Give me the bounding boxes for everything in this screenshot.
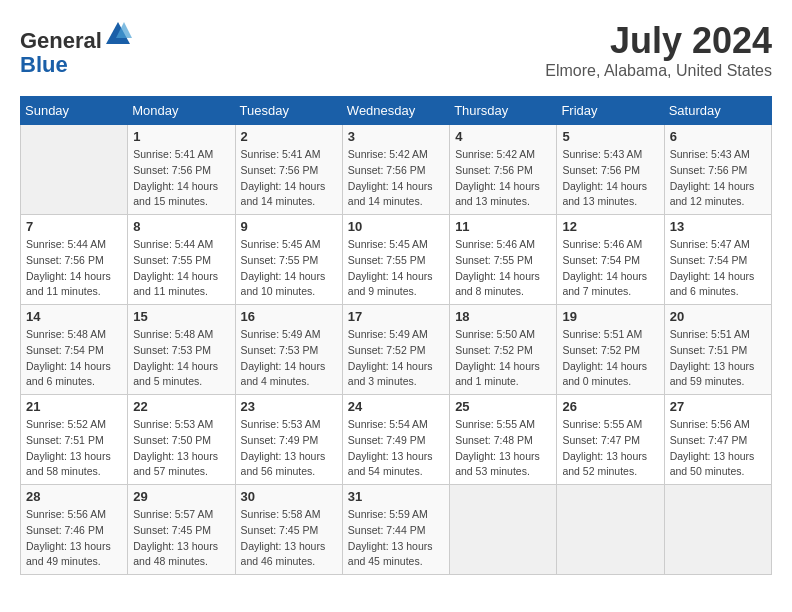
calendar-cell: 4Sunrise: 5:42 AMSunset: 7:56 PMDaylight…: [450, 125, 557, 215]
day-number: 29: [133, 489, 229, 504]
calendar-cell: 14Sunrise: 5:48 AMSunset: 7:54 PMDayligh…: [21, 305, 128, 395]
day-number: 9: [241, 219, 337, 234]
day-info: Sunrise: 5:43 AMSunset: 7:56 PMDaylight:…: [670, 147, 766, 210]
calendar-cell: 10Sunrise: 5:45 AMSunset: 7:55 PMDayligh…: [342, 215, 449, 305]
calendar-cell: 31Sunrise: 5:59 AMSunset: 7:44 PMDayligh…: [342, 485, 449, 575]
day-info: Sunrise: 5:53 AMSunset: 7:50 PMDaylight:…: [133, 417, 229, 480]
day-info: Sunrise: 5:42 AMSunset: 7:56 PMDaylight:…: [455, 147, 551, 210]
day-number: 18: [455, 309, 551, 324]
calendar-cell: 22Sunrise: 5:53 AMSunset: 7:50 PMDayligh…: [128, 395, 235, 485]
calendar-cell: 8Sunrise: 5:44 AMSunset: 7:55 PMDaylight…: [128, 215, 235, 305]
day-info: Sunrise: 5:51 AMSunset: 7:52 PMDaylight:…: [562, 327, 658, 390]
day-info: Sunrise: 5:44 AMSunset: 7:55 PMDaylight:…: [133, 237, 229, 300]
day-info: Sunrise: 5:41 AMSunset: 7:56 PMDaylight:…: [241, 147, 337, 210]
calendar-cell: 6Sunrise: 5:43 AMSunset: 7:56 PMDaylight…: [664, 125, 771, 215]
day-number: 4: [455, 129, 551, 144]
day-number: 7: [26, 219, 122, 234]
calendar-cell: 15Sunrise: 5:48 AMSunset: 7:53 PMDayligh…: [128, 305, 235, 395]
subtitle: Elmore, Alabama, United States: [545, 62, 772, 80]
day-info: Sunrise: 5:51 AMSunset: 7:51 PMDaylight:…: [670, 327, 766, 390]
logo: General Blue: [20, 20, 132, 77]
calendar-cell: 30Sunrise: 5:58 AMSunset: 7:45 PMDayligh…: [235, 485, 342, 575]
calendar-cell: 5Sunrise: 5:43 AMSunset: 7:56 PMDaylight…: [557, 125, 664, 215]
calendar-week-5: 28Sunrise: 5:56 AMSunset: 7:46 PMDayligh…: [21, 485, 772, 575]
day-info: Sunrise: 5:53 AMSunset: 7:49 PMDaylight:…: [241, 417, 337, 480]
day-number: 1: [133, 129, 229, 144]
day-number: 8: [133, 219, 229, 234]
day-number: 5: [562, 129, 658, 144]
day-info: Sunrise: 5:56 AMSunset: 7:46 PMDaylight:…: [26, 507, 122, 570]
header-wednesday: Wednesday: [342, 97, 449, 125]
day-info: Sunrise: 5:57 AMSunset: 7:45 PMDaylight:…: [133, 507, 229, 570]
day-number: 15: [133, 309, 229, 324]
calendar-cell: 19Sunrise: 5:51 AMSunset: 7:52 PMDayligh…: [557, 305, 664, 395]
day-info: Sunrise: 5:59 AMSunset: 7:44 PMDaylight:…: [348, 507, 444, 570]
day-number: 26: [562, 399, 658, 414]
calendar-cell: 11Sunrise: 5:46 AMSunset: 7:55 PMDayligh…: [450, 215, 557, 305]
day-info: Sunrise: 5:49 AMSunset: 7:53 PMDaylight:…: [241, 327, 337, 390]
calendar-week-1: 1Sunrise: 5:41 AMSunset: 7:56 PMDaylight…: [21, 125, 772, 215]
calendar-cell: 26Sunrise: 5:55 AMSunset: 7:47 PMDayligh…: [557, 395, 664, 485]
day-info: Sunrise: 5:54 AMSunset: 7:49 PMDaylight:…: [348, 417, 444, 480]
page-header: General Blue July 2024 Elmore, Alabama, …: [20, 20, 772, 80]
calendar-cell: [557, 485, 664, 575]
day-info: Sunrise: 5:41 AMSunset: 7:56 PMDaylight:…: [133, 147, 229, 210]
calendar-cell: 1Sunrise: 5:41 AMSunset: 7:56 PMDaylight…: [128, 125, 235, 215]
day-info: Sunrise: 5:43 AMSunset: 7:56 PMDaylight:…: [562, 147, 658, 210]
day-info: Sunrise: 5:47 AMSunset: 7:54 PMDaylight:…: [670, 237, 766, 300]
calendar-cell: 21Sunrise: 5:52 AMSunset: 7:51 PMDayligh…: [21, 395, 128, 485]
title-block: July 2024 Elmore, Alabama, United States: [545, 20, 772, 80]
day-info: Sunrise: 5:55 AMSunset: 7:48 PMDaylight:…: [455, 417, 551, 480]
day-number: 27: [670, 399, 766, 414]
header-tuesday: Tuesday: [235, 97, 342, 125]
calendar-cell: 17Sunrise: 5:49 AMSunset: 7:52 PMDayligh…: [342, 305, 449, 395]
day-number: 28: [26, 489, 122, 504]
calendar-cell: [21, 125, 128, 215]
header-monday: Monday: [128, 97, 235, 125]
calendar-cell: 28Sunrise: 5:56 AMSunset: 7:46 PMDayligh…: [21, 485, 128, 575]
day-info: Sunrise: 5:55 AMSunset: 7:47 PMDaylight:…: [562, 417, 658, 480]
day-info: Sunrise: 5:50 AMSunset: 7:52 PMDaylight:…: [455, 327, 551, 390]
day-number: 21: [26, 399, 122, 414]
calendar-table: SundayMondayTuesdayWednesdayThursdayFrid…: [20, 96, 772, 575]
calendar-cell: 29Sunrise: 5:57 AMSunset: 7:45 PMDayligh…: [128, 485, 235, 575]
calendar-cell: 16Sunrise: 5:49 AMSunset: 7:53 PMDayligh…: [235, 305, 342, 395]
calendar-cell: 23Sunrise: 5:53 AMSunset: 7:49 PMDayligh…: [235, 395, 342, 485]
main-title: July 2024: [545, 20, 772, 62]
calendar-cell: 27Sunrise: 5:56 AMSunset: 7:47 PMDayligh…: [664, 395, 771, 485]
day-number: 11: [455, 219, 551, 234]
header-saturday: Saturday: [664, 97, 771, 125]
calendar-cell: 18Sunrise: 5:50 AMSunset: 7:52 PMDayligh…: [450, 305, 557, 395]
day-info: Sunrise: 5:48 AMSunset: 7:54 PMDaylight:…: [26, 327, 122, 390]
day-number: 2: [241, 129, 337, 144]
calendar-cell: [450, 485, 557, 575]
day-number: 23: [241, 399, 337, 414]
day-number: 14: [26, 309, 122, 324]
header-sunday: Sunday: [21, 97, 128, 125]
day-info: Sunrise: 5:52 AMSunset: 7:51 PMDaylight:…: [26, 417, 122, 480]
day-info: Sunrise: 5:58 AMSunset: 7:45 PMDaylight:…: [241, 507, 337, 570]
calendar-week-4: 21Sunrise: 5:52 AMSunset: 7:51 PMDayligh…: [21, 395, 772, 485]
day-info: Sunrise: 5:46 AMSunset: 7:54 PMDaylight:…: [562, 237, 658, 300]
header-friday: Friday: [557, 97, 664, 125]
day-number: 13: [670, 219, 766, 234]
calendar-header-row: SundayMondayTuesdayWednesdayThursdayFrid…: [21, 97, 772, 125]
calendar-cell: 24Sunrise: 5:54 AMSunset: 7:49 PMDayligh…: [342, 395, 449, 485]
day-info: Sunrise: 5:46 AMSunset: 7:55 PMDaylight:…: [455, 237, 551, 300]
calendar-cell: 3Sunrise: 5:42 AMSunset: 7:56 PMDaylight…: [342, 125, 449, 215]
day-number: 12: [562, 219, 658, 234]
logo-blue: Blue: [20, 52, 68, 77]
day-info: Sunrise: 5:48 AMSunset: 7:53 PMDaylight:…: [133, 327, 229, 390]
day-info: Sunrise: 5:45 AMSunset: 7:55 PMDaylight:…: [241, 237, 337, 300]
day-number: 22: [133, 399, 229, 414]
day-info: Sunrise: 5:49 AMSunset: 7:52 PMDaylight:…: [348, 327, 444, 390]
calendar-cell: 20Sunrise: 5:51 AMSunset: 7:51 PMDayligh…: [664, 305, 771, 395]
day-number: 6: [670, 129, 766, 144]
day-info: Sunrise: 5:42 AMSunset: 7:56 PMDaylight:…: [348, 147, 444, 210]
calendar-week-2: 7Sunrise: 5:44 AMSunset: 7:56 PMDaylight…: [21, 215, 772, 305]
logo-icon: [104, 20, 132, 48]
day-number: 20: [670, 309, 766, 324]
day-info: Sunrise: 5:44 AMSunset: 7:56 PMDaylight:…: [26, 237, 122, 300]
calendar-cell: 25Sunrise: 5:55 AMSunset: 7:48 PMDayligh…: [450, 395, 557, 485]
calendar-cell: 2Sunrise: 5:41 AMSunset: 7:56 PMDaylight…: [235, 125, 342, 215]
